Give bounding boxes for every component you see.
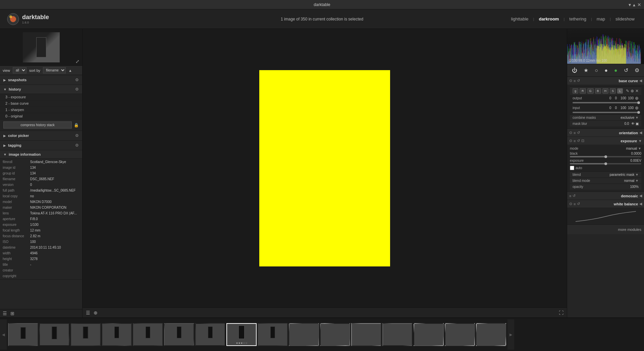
exposure-extra-icon[interactable]: ⊡ (581, 139, 584, 143)
filmstrip-thumb-3[interactable] (70, 323, 101, 346)
input-slider[interactable] (573, 112, 639, 113)
filled-circle-icon[interactable]: ● (603, 66, 609, 74)
base-curve-collapse-icon[interactable]: ◀ (639, 79, 642, 83)
history-item-basecurve[interactable]: 2 - base curve (0, 100, 82, 107)
exposure-collapse-icon[interactable]: ▼ (638, 139, 642, 143)
filmstrip-thumb-10[interactable] (289, 323, 319, 346)
fullscreen-icon[interactable]: ⛶ (559, 310, 564, 315)
filmstrip-thumb-5[interactable] (133, 323, 163, 346)
exposure-header[interactable]: ⊙ ≡ ↺ ⊡ exposure ▼ (567, 137, 644, 145)
nav-slideshow[interactable]: slideshow (613, 15, 637, 23)
tone-btn-b[interactable]: B (595, 88, 601, 94)
exposure-slider[interactable] (570, 163, 641, 164)
tagging-settings-icon[interactable]: ⚙ (75, 143, 79, 148)
filmstrip-thumb-13[interactable] (382, 323, 413, 346)
demosaic-header[interactable]: ≡ ↺ demosaic ◀ (567, 192, 644, 200)
demosaic-params-icon[interactable]: ≡ (569, 194, 571, 198)
history-header[interactable]: ▼ history ⚙ (0, 85, 82, 94)
filmstrip-next-button[interactable]: ▶ (507, 319, 514, 350)
filmstrip-prev-button[interactable]: ◀ (0, 319, 7, 350)
sort-select[interactable]: filename (43, 67, 66, 73)
filmstrip-thumb-1[interactable] (8, 323, 38, 346)
base-curve-header[interactable]: ⊙ ≡ ↺ base curve ◀ (567, 77, 644, 85)
output-slider[interactable] (573, 102, 639, 103)
image-info-header[interactable]: ▼ image information (0, 150, 82, 159)
white-balance-collapse-icon[interactable]: ◀ (639, 202, 642, 206)
history-item-sharpen[interactable]: 1 - sharpen (0, 107, 82, 113)
orientation-reset-icon[interactable]: ↺ (577, 131, 580, 135)
circle-icon[interactable]: ○ (594, 66, 599, 74)
sort-direction-icon[interactable]: ▲ (68, 68, 72, 72)
tone-btn-l[interactable]: L (617, 88, 623, 94)
orientation-collapse-icon[interactable]: ◀ (639, 131, 642, 135)
grid-view-icon[interactable]: ⊞ (10, 311, 14, 316)
tone-close-icon[interactable]: ✕ (635, 89, 639, 93)
filmstrip-thumb-12[interactable] (351, 323, 381, 346)
filmstrip-thumb-8-selected[interactable]: ★★★☆☆ (226, 323, 257, 346)
filmstrip-thumb-4[interactable] (102, 323, 132, 346)
tagging-section[interactable]: ▶ tagging ⚙ (0, 141, 82, 150)
base-curve-reset-icon[interactable]: ↺ (577, 79, 580, 83)
filmstrip-thumb-7[interactable] (195, 323, 225, 346)
green-dot-icon[interactable]: ● (613, 66, 619, 74)
settings-gear-icon[interactable]: ⚙ (634, 66, 640, 74)
color-picker-section[interactable]: ▶ color picker ⚙ (0, 131, 82, 141)
history-item-original[interactable]: 0 - original (0, 113, 82, 119)
filmstrip-thumb-15[interactable] (445, 323, 475, 346)
compress-history-button[interactable]: compress history stack (3, 121, 72, 129)
list-view-icon[interactable]: ☰ (3, 311, 7, 316)
mask-blur-mask-icon[interactable]: ▣ (636, 122, 639, 126)
white-balance-power-icon[interactable]: ⊙ (569, 202, 572, 206)
exposure-reset-icon[interactable]: ↺ (577, 139, 580, 143)
more-modules-button[interactable]: more modules (567, 225, 644, 234)
filmstrip-thumb-11[interactable] (320, 323, 350, 346)
orientation-params-icon[interactable]: ≡ (574, 131, 576, 135)
auto-checkbox[interactable] (570, 166, 574, 170)
output-add-icon[interactable]: ⊕ (635, 96, 639, 101)
refresh-icon[interactable]: ↺ (623, 66, 629, 74)
filmstrip-compare-icon[interactable]: ⊕ (94, 310, 98, 315)
base-curve-params-icon[interactable]: ≡ (574, 79, 576, 83)
demosaic-reset-icon[interactable]: ↺ (573, 194, 576, 198)
view-select[interactable]: all (13, 67, 26, 73)
nav-lighttable[interactable]: lighttable (508, 15, 531, 23)
history-item-exposure[interactable]: 3 - exposure (0, 94, 82, 100)
tone-edit-icon[interactable]: ✎ (626, 89, 629, 93)
white-balance-reset-icon[interactable]: ↺ (577, 202, 580, 206)
black-slider[interactable] (570, 156, 641, 157)
nav-map[interactable]: map (594, 15, 608, 23)
filmstrip-thumb-2[interactable] (39, 323, 69, 346)
orientation-power-icon[interactable]: ⊙ (569, 131, 572, 135)
close-button[interactable]: ✕ (637, 2, 641, 7)
window-controls[interactable]: ▾ ▴ ✕ (629, 2, 641, 7)
tone-btn-r[interactable]: R (580, 88, 586, 94)
tone-more-icon[interactable]: ⊕ (631, 89, 634, 93)
star-icon[interactable]: ★ (583, 66, 589, 74)
tone-btn-s[interactable]: S (610, 88, 616, 94)
exposure-power-icon[interactable]: ⊙ (569, 139, 572, 143)
white-balance-header[interactable]: ⊙ ≡ ↺ white balance ◀ (567, 200, 644, 208)
filmstrip-thumb-16[interactable] (476, 323, 506, 346)
white-balance-params-icon[interactable]: ≡ (574, 202, 576, 206)
color-picker-settings-icon[interactable]: ⚙ (75, 133, 79, 138)
history-settings-icon[interactable]: ⚙ (75, 87, 79, 92)
orientation-header[interactable]: ⊙ ≡ ↺ orientation ◀ (567, 129, 644, 137)
snapshots-settings-icon[interactable]: ⚙ (75, 78, 79, 82)
base-curve-power-icon[interactable]: ⊙ (569, 79, 572, 83)
tone-btn-g[interactable]: g (573, 88, 578, 94)
filmstrip-options-icon[interactable]: ☰ (86, 310, 90, 315)
nav-tethering[interactable]: tethering (567, 15, 589, 23)
nav-darkroom[interactable]: darkroom (536, 15, 561, 23)
filmstrip-thumb-9[interactable] (258, 323, 288, 346)
exposure-params-icon[interactable]: ≡ (574, 139, 576, 143)
minimize-button[interactable]: ▾ (629, 2, 631, 7)
filmstrip-thumb-6[interactable] (164, 323, 194, 346)
power-icon[interactable]: ⏻ (571, 66, 578, 74)
tone-btn-h[interactable]: H (602, 88, 609, 94)
demosaic-collapse-icon[interactable]: ◀ (639, 194, 642, 198)
filmstrip-thumb-14[interactable] (414, 323, 444, 346)
mask-blur-eye-icon[interactable]: 👁 (631, 122, 635, 126)
tone-btn-G[interactable]: G (587, 88, 594, 94)
maximize-button[interactable]: ▴ (633, 2, 635, 7)
input-add-icon[interactable]: ⊕ (635, 105, 639, 110)
